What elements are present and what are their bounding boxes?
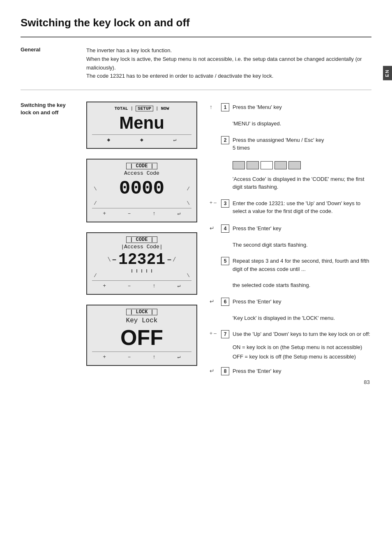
step-8-row: ↵ 8 Press the 'Enter' key — [210, 365, 371, 377]
step-3-text: Enter the code 12321: use the 'Up' and '… — [233, 199, 371, 215]
lcd-access-code-1: Access Code — [92, 170, 191, 176]
box-5 — [288, 161, 301, 169]
lcd-lock-bottom: + – ↑ ↵ — [92, 352, 191, 360]
lcd-c2-dash-l: – — [112, 255, 117, 264]
lcd-lock-minus: – — [128, 354, 131, 360]
lcd-screen-code2: | CODE | |Access Code| \ – 12321 – / — [86, 232, 197, 295]
lcd-total: TOTAL — [114, 106, 128, 111]
step-6-text: Press the 'Enter' key — [233, 298, 371, 306]
lcd-off-text: OFF — [92, 325, 191, 350]
step-3-num: 3 — [221, 199, 229, 208]
step-6-row: ↵ 6 Press the 'Enter' key — [210, 296, 371, 308]
step-7-text: Use the 'Up' and 'Down' keys to turn the… — [233, 330, 371, 338]
lcd-menu-main: Menu — [92, 113, 191, 133]
step-2-row: 2 Press the unassigned 'Menu / Esc' key5… — [210, 134, 371, 154]
step-5-num: 5 — [221, 257, 229, 265]
lcd-screen-code1: | CODE | Access Code \ 0000 / / \ + — [86, 159, 197, 222]
step-7-num: 7 — [221, 330, 229, 338]
step-5-sub: the selected code starts flashing. — [233, 281, 371, 289]
lcd-c1-up: ↑ — [152, 210, 156, 217]
lcd-code1-number: 0000 — [97, 178, 187, 199]
lcd-c1-enter: ↵ — [178, 210, 181, 217]
step-6-icon: ↵ — [210, 298, 219, 305]
lcd-c2-dash-r: – — [167, 255, 172, 264]
tick1 — [131, 269, 132, 273]
lcd-lock-plus: + — [103, 354, 106, 360]
lcd-sep2: | — [156, 106, 159, 111]
lcd-setup: SETUP — [136, 106, 153, 111]
tick3 — [141, 269, 142, 273]
lcd-c2-tl: \ — [108, 257, 111, 263]
step-6-num: 6 — [221, 298, 229, 306]
lcd-key-lock-text: Key Lock — [92, 317, 191, 324]
step-7-sub-on: ON = key lock is on (the Setup menu is n… — [233, 344, 371, 350]
step-1-icon: ↑ — [210, 104, 219, 110]
step-5-row: 5 Repeat steps 3 and 4 for the second, t… — [210, 255, 371, 275]
page-title: Switching the key lock on and off — [21, 16, 371, 29]
lcd-menu-left-arrow: ◆ — [107, 136, 110, 143]
general-line-3: The code 12321 has to be entered in orde… — [86, 72, 371, 81]
step-2-num: 2 — [221, 136, 229, 144]
tick5 — [151, 269, 152, 273]
step-1-num: 1 — [221, 103, 229, 111]
box-3 — [261, 161, 273, 169]
lcd-menu-bottom: ◆ ◆ ↵ — [92, 134, 191, 143]
tick2 — [136, 269, 137, 273]
step-7-icon: + – — [210, 331, 219, 336]
step-1-row: ↑ 1 Press the 'Menu' key — [210, 102, 371, 113]
side-tab: EN — [383, 66, 392, 80]
lcd-lock-up: ↑ — [152, 354, 156, 360]
lcd-c1-tr: / — [187, 186, 190, 192]
lcd-screen-lock: | LOCK | Key Lock OFF + – ↑ ↵ — [86, 305, 197, 366]
step-5-text: Repeat steps 3 and 4 for the second, thi… — [233, 257, 371, 273]
step-4-icon: ↵ — [210, 225, 219, 231]
general-content: The inverter has a key lock function. Wh… — [86, 46, 371, 81]
step-7-row: + – 7 Use the 'Up' and 'Down' keys to tu… — [210, 328, 371, 340]
lcd-c2-minus: – — [128, 283, 131, 289]
box-4 — [274, 161, 287, 169]
lcd-c2-plus: + — [103, 283, 106, 289]
box-1 — [233, 161, 245, 169]
lcd-c2-enter: ↵ — [178, 282, 181, 289]
lcd-lock-enter: ↵ — [178, 354, 181, 360]
main-content: Switching the key lock on and off TOTAL … — [21, 90, 371, 381]
lcd-c2-bl: / — [94, 273, 97, 279]
lcd-c1-br: \ — [187, 200, 190, 206]
step-4-row: ↵ 4 Press the 'Enter' key — [210, 223, 371, 234]
step-1-sub: 'MENU' is displayed. — [233, 120, 371, 128]
step-8-text: Press the 'Enter' key — [233, 367, 371, 375]
lcd-c1-tl: \ — [94, 186, 97, 192]
step-4-text: Press the 'Enter' key — [233, 224, 371, 233]
step-8-icon: ↵ — [210, 368, 219, 374]
step-2-sub: 'Access Code' is displayed in the 'CODE'… — [233, 175, 371, 191]
step-6-sub: 'Key Lock' is displayed in the 'LOCK' me… — [233, 314, 371, 322]
lcd-code1-bottom: + – ↑ ↵ — [92, 208, 191, 217]
five-boxes — [233, 161, 371, 169]
lcd-screen-menu: TOTAL | SETUP | NOW Menu ◆ ◆ ↵ — [86, 102, 197, 149]
lcd-menu-top-bar: TOTAL | SETUP | NOW — [92, 106, 191, 111]
tick4 — [146, 269, 147, 273]
lcd-now: NOW — [161, 106, 169, 111]
lcd-c2-up: ↑ — [152, 283, 156, 289]
step-4-num: 4 — [221, 224, 229, 233]
lcd-menu-right-arrow: ◆ — [140, 136, 143, 143]
lcd-c1-plus: + — [103, 210, 106, 217]
lcd-c2-tr: / — [173, 257, 176, 263]
step-2-text: Press the unassigned 'Menu / Esc' key5 t… — [233, 136, 371, 152]
box-2 — [247, 161, 259, 169]
step-7-sub-off: OFF = key lock is off (the Setup menu is… — [233, 354, 371, 360]
step-1-text: Press the 'Menu' key — [233, 103, 371, 111]
lcd-access-code-2: |Access Code| — [92, 244, 191, 250]
lcd-c1-bl: / — [94, 200, 97, 206]
lcd-c2-br: \ — [187, 273, 190, 279]
steps-column: ↑ 1 Press the 'Menu' key 'MENU' is displ… — [197, 90, 371, 381]
switching-section-label: Switching the key lock on and off — [21, 102, 86, 149]
step-3-icon: + – — [210, 200, 219, 206]
general-line-2: When the key lock is active, the Setup m… — [86, 55, 371, 72]
lcd-code1-label: | CODE | — [126, 163, 157, 169]
lcd-c1-minus: – — [128, 210, 131, 217]
step-4-sub: The second digit starts flashing. — [233, 241, 371, 249]
lcd-sep1: | — [130, 106, 133, 111]
general-label: General — [21, 46, 86, 81]
lcd-lock-label: | LOCK | — [126, 309, 157, 315]
